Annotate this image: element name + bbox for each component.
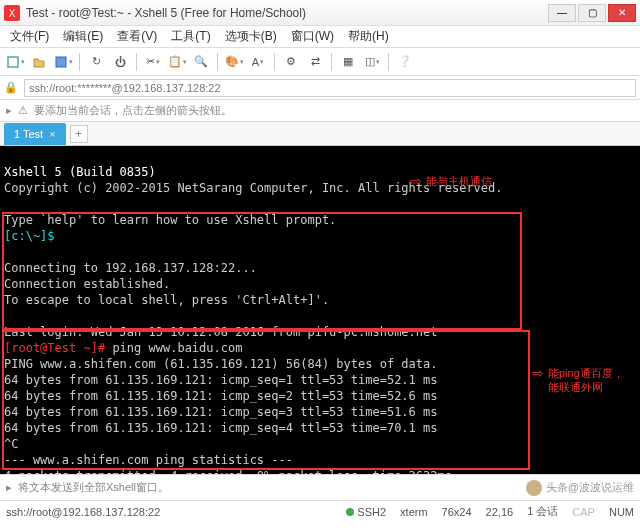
titlebar: X Test - root@Test:~ - Xshell 5 (Free fo… — [0, 0, 640, 26]
terminal[interactable]: Xshell 5 (Build 0835) Copyright (c) 2002… — [0, 146, 640, 474]
font-button[interactable]: A — [247, 51, 269, 73]
new-session-button[interactable] — [4, 51, 26, 73]
save-button[interactable] — [52, 51, 74, 73]
hint-text: 要添加当前会话，点击左侧的箭头按钮。 — [34, 103, 232, 118]
menu-file[interactable]: 文件(F) — [4, 26, 55, 47]
properties-button[interactable]: ⚙ — [280, 51, 302, 73]
term-line: To escape to local shell, press 'Ctrl+Al… — [4, 293, 329, 307]
menubar: 文件(F) 编辑(E) 查看(V) 工具(T) 选项卡(B) 窗口(W) 帮助(… — [0, 26, 640, 48]
toolbar: ↻ ⏻ ✂ 📋 🔍 🎨 A ⚙ ⇄ ▦ ◫ ❔ — [0, 48, 640, 76]
minimize-button[interactable]: — — [548, 4, 576, 22]
term-line: 64 bytes from 61.135.169.121: icmp_seq=2… — [4, 389, 437, 403]
annotation-text: 能与主机通信 — [426, 174, 492, 188]
status-ssh: SSH2 — [346, 506, 386, 518]
menu-tools[interactable]: 工具(T) — [165, 26, 216, 47]
address-input[interactable] — [24, 79, 636, 97]
term-line: PING www.a.shifen.com (61.135.169.121) 5… — [4, 357, 437, 371]
svg-text:X: X — [9, 8, 16, 19]
paste-button[interactable]: 📋 — [166, 51, 188, 73]
menu-view[interactable]: 查看(V) — [111, 26, 163, 47]
status-size: 76x24 — [442, 506, 472, 518]
status-cap: CAP — [572, 506, 595, 518]
status-connection: ssh://root@192.168.137.128:22 — [6, 506, 160, 518]
search-button[interactable]: 🔍 — [190, 51, 212, 73]
maximize-button[interactable]: ▢ — [578, 4, 606, 22]
watermark-text: 头条@波波说运维 — [546, 480, 634, 495]
term-line: 64 bytes from 61.135.169.121: icmp_seq=4… — [4, 421, 437, 435]
term-prompt: [c:\~]$ — [4, 229, 55, 243]
compose-toggle-icon[interactable]: ▸ — [6, 481, 12, 494]
tab-label: 1 Test — [14, 128, 43, 140]
compose-bar: ▸ 将文本发送到全部Xshell窗口。 头条@波波说运维 — [0, 474, 640, 500]
term-line: 64 bytes from 61.135.169.121: icmp_seq=1… — [4, 373, 437, 387]
menu-help[interactable]: 帮助(H) — [342, 26, 395, 47]
term-line: 64 bytes from 61.135.169.121: icmp_seq=3… — [4, 405, 437, 419]
term-line: ^C — [4, 437, 18, 451]
menu-window[interactable]: 窗口(W) — [285, 26, 340, 47]
annotation-1: ⇨ 能与主机通信 — [410, 174, 492, 188]
split-button[interactable]: ◫ — [361, 51, 383, 73]
term-line: Xshell 5 (Build 0835) — [4, 165, 156, 179]
open-button[interactable] — [28, 51, 50, 73]
status-term: xterm — [400, 506, 428, 518]
add-tab-button[interactable]: + — [70, 125, 88, 143]
status-sessions: 1 会话 — [527, 504, 558, 519]
disconnect-button[interactable]: ⏻ — [109, 51, 131, 73]
lock-icon: 🔒 — [4, 81, 18, 94]
menu-tabs[interactable]: 选项卡(B) — [219, 26, 283, 47]
warning-icon: ⚠ — [18, 104, 28, 117]
tab-close-icon[interactable]: × — [49, 128, 55, 140]
watermark: 头条@波波说运维 — [526, 480, 634, 496]
term-line: Connecting to 192.168.137.128:22... — [4, 261, 257, 275]
term-line: --- www.a.shifen.com ping statistics --- — [4, 453, 293, 467]
tab-bar: 1 Test × + — [0, 122, 640, 146]
annotation-text: 能ping通百度， 能联通外网 — [548, 366, 624, 394]
menu-edit[interactable]: 编辑(E) — [57, 26, 109, 47]
reconnect-button[interactable]: ↻ — [85, 51, 107, 73]
avatar-icon — [526, 480, 542, 496]
copy-button[interactable]: ✂ — [142, 51, 164, 73]
svg-rect-3 — [56, 57, 66, 67]
app-icon: X — [4, 5, 20, 21]
annotation-2: ⇨ 能ping通百度， 能联通外网 — [532, 366, 624, 394]
compose-hint: 将文本发送到全部Xshell窗口。 — [18, 480, 169, 495]
hint-toggle-icon[interactable]: ▸ — [6, 104, 12, 117]
arrow-icon: ⇨ — [532, 366, 544, 380]
status-num: NUM — [609, 506, 634, 518]
term-cmd: ping www.baidu.com — [105, 341, 242, 355]
svg-rect-2 — [8, 57, 18, 67]
window-title: Test - root@Test:~ - Xshell 5 (Free for … — [26, 6, 546, 20]
address-bar: 🔒 — [0, 76, 640, 100]
close-button[interactable]: ✕ — [608, 4, 636, 22]
term-prompt: [root@Test ~]# — [4, 341, 105, 355]
term-line: 4 packets transmitted, 4 received, 0% pa… — [4, 469, 452, 474]
layout-button[interactable]: ▦ — [337, 51, 359, 73]
arrow-icon: ⇨ — [410, 174, 422, 188]
status-bar: ssh://root@192.168.137.128:22 SSH2 xterm… — [0, 500, 640, 522]
status-dot-icon — [346, 508, 354, 516]
hint-bar: ▸ ⚠ 要添加当前会话，点击左侧的箭头按钮。 — [0, 100, 640, 122]
help-button[interactable]: ❔ — [394, 51, 416, 73]
term-line: Last login: Wed Jan 13 10:12:08 2016 fro… — [4, 325, 437, 339]
color-button[interactable]: 🎨 — [223, 51, 245, 73]
term-line: Connection established. — [4, 277, 170, 291]
tab-session-1[interactable]: 1 Test × — [4, 123, 66, 145]
term-line: Type `help' to learn how to use Xshell p… — [4, 213, 336, 227]
tunnel-button[interactable]: ⇄ — [304, 51, 326, 73]
term-line — [55, 229, 62, 243]
status-cursor: 22,16 — [486, 506, 514, 518]
